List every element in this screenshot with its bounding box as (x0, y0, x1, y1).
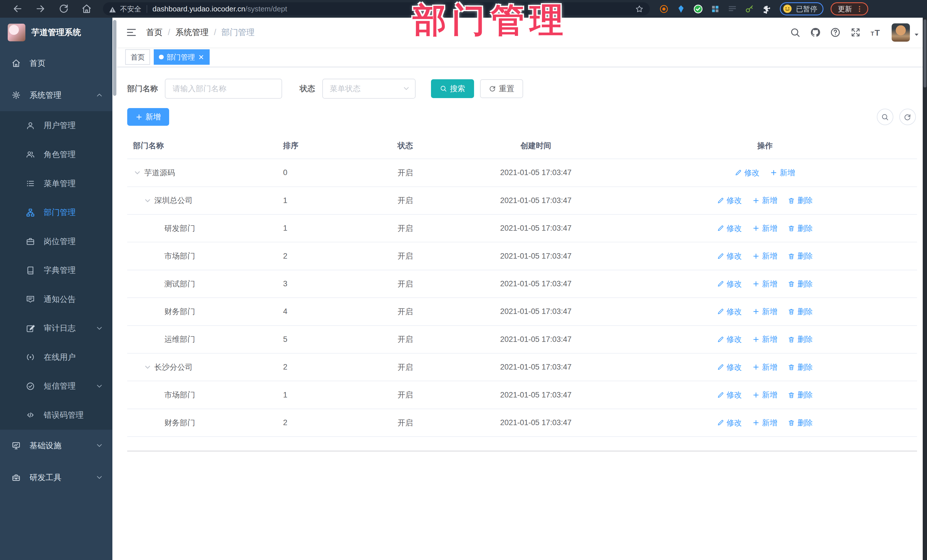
font-size-icon[interactable]: TT (870, 27, 881, 38)
add-link[interactable]: 新增 (752, 251, 777, 261)
sidebar-item-角色管理[interactable]: 角色管理 (0, 140, 112, 169)
delete-link[interactable]: 删除 (788, 362, 813, 372)
edit-link[interactable]: 修改 (717, 390, 742, 400)
tab-部门管理[interactable]: 部门管理 (154, 49, 210, 65)
sidebar-item-系统管理[interactable]: 系统管理 (0, 79, 112, 111)
sidebar-scrollbar[interactable] (112, 18, 117, 560)
actions-cell: 修改新增删除 (613, 334, 917, 344)
extension-grid-icon[interactable] (711, 4, 720, 14)
fullscreen-icon[interactable] (850, 27, 861, 38)
delete-link[interactable]: 删除 (788, 334, 813, 344)
browser-menu-dots-icon[interactable] (856, 5, 863, 13)
avatar[interactable] (892, 23, 910, 42)
add-link[interactable]: 新增 (752, 334, 777, 344)
extension-gem-icon[interactable] (676, 4, 686, 14)
dept-name-cell: 市场部门 (127, 390, 277, 400)
github-icon[interactable] (810, 27, 821, 38)
sidebar-scrollbar-thumb[interactable] (113, 20, 116, 96)
address-bar[interactable]: 不安全 dashboard.yudao.iocoder.cn /system/d… (103, 2, 650, 15)
sidebar-item-基础设施[interactable]: 基础设施 (0, 430, 112, 461)
status-cell: 开启 (392, 223, 459, 234)
extension-check-icon[interactable] (693, 4, 703, 14)
expand-caret-icon[interactable] (133, 168, 142, 177)
delete-link[interactable]: 删除 (788, 251, 813, 261)
sidebar-item-首页[interactable]: 首页 (0, 47, 112, 79)
breadcrumb-item[interactable]: 系统管理 (175, 27, 208, 38)
sidebar-item-部门管理[interactable]: 部门管理 (0, 198, 112, 227)
reload-icon[interactable] (58, 4, 68, 14)
edit-link[interactable]: 修改 (717, 362, 742, 372)
extensions-puzzle-icon[interactable] (762, 4, 772, 14)
edit-link[interactable]: 修改 (717, 195, 742, 206)
tab-首页[interactable]: 首页 (125, 49, 150, 65)
delete-link[interactable]: 删除 (788, 195, 813, 206)
action-label: 修改 (726, 362, 742, 372)
add-link[interactable]: 新增 (752, 418, 777, 428)
add-link[interactable]: 新增 (752, 195, 777, 206)
status-select[interactable]: 菜单状态 (322, 79, 416, 99)
bookmark-star-icon[interactable] (635, 5, 644, 14)
sidebar-item-错误码管理[interactable]: 错误码管理 (0, 401, 112, 430)
reset-button[interactable]: 重置 (480, 79, 523, 98)
breadcrumb-item[interactable]: 首页 (146, 27, 163, 38)
add-link[interactable]: 新增 (770, 168, 795, 178)
sidebar-item-研发工具[interactable]: 研发工具 (0, 461, 112, 493)
forward-icon[interactable] (35, 4, 46, 14)
search-button[interactable]: 搜索 (431, 79, 474, 98)
created-time-cell: 2021-01-05 17:03:47 (459, 252, 613, 261)
sidebar-item-岗位管理[interactable]: 岗位管理 (0, 227, 112, 256)
table-row: 市场部门2开启2021-01-05 17:03:47修改新增删除 (127, 242, 917, 270)
delete-link[interactable]: 删除 (788, 223, 813, 234)
edit-link[interactable]: 修改 (717, 334, 742, 344)
chevron-down-icon (96, 442, 103, 449)
sidebar-item-菜单管理[interactable]: 菜单管理 (0, 169, 112, 198)
add-link[interactable]: 新增 (752, 307, 777, 317)
app-logo-row[interactable]: 芋道管理系统 (0, 18, 112, 47)
delete-link[interactable]: 删除 (788, 418, 813, 428)
sidebar-item-在线用户[interactable]: 在线用户 (0, 343, 112, 372)
refresh-table-button[interactable] (899, 109, 916, 125)
sidebar-item-短信管理[interactable]: 短信管理 (0, 372, 112, 401)
add-button[interactable]: 新增 (127, 108, 169, 126)
browser-home-icon[interactable] (82, 4, 91, 14)
extension-key-icon[interactable] (745, 4, 754, 14)
add-link[interactable]: 新增 (752, 279, 777, 289)
dept-name-input[interactable]: 请输入部门名称 (165, 79, 282, 99)
profile-chip[interactable]: 已暂停 (780, 2, 824, 15)
extension-list-icon[interactable] (728, 4, 737, 14)
page-scrollbar[interactable] (923, 18, 927, 560)
expand-caret-icon[interactable] (143, 196, 152, 205)
sidebar-item-通知公告[interactable]: 通知公告 (0, 285, 112, 314)
edit-link[interactable]: 修改 (735, 168, 760, 178)
add-link[interactable]: 新增 (752, 362, 777, 372)
hamburger-icon[interactable] (126, 27, 137, 38)
plus-icon (752, 225, 760, 232)
add-link[interactable]: 新增 (752, 223, 777, 234)
edit-link[interactable]: 修改 (717, 223, 742, 234)
extension-target-icon[interactable] (659, 4, 669, 14)
status-cell: 开启 (392, 195, 459, 206)
sort-cell: 0 (277, 168, 392, 177)
add-link[interactable]: 新增 (752, 390, 777, 400)
sidebar-item-用户管理[interactable]: 用户管理 (0, 111, 112, 140)
back-icon[interactable] (12, 4, 23, 14)
edit-link[interactable]: 修改 (717, 418, 742, 428)
edit-link[interactable]: 修改 (717, 307, 742, 317)
search-icon[interactable] (790, 27, 800, 38)
delete-link[interactable]: 删除 (788, 279, 813, 289)
delete-link[interactable]: 删除 (788, 390, 813, 400)
show-search-toggle-button[interactable] (877, 109, 894, 125)
delete-link[interactable]: 删除 (788, 307, 813, 317)
expand-caret-icon[interactable] (143, 363, 152, 372)
action-label: 修改 (726, 418, 742, 428)
help-icon[interactable] (830, 27, 840, 38)
sidebar-item-审计日志[interactable]: 审计日志 (0, 314, 112, 343)
update-button[interactable]: 更新 (831, 2, 868, 15)
sidebar-item-字典管理[interactable]: 字典管理 (0, 256, 112, 285)
close-icon[interactable] (198, 54, 205, 61)
avatar-caret-down-icon[interactable] (913, 29, 920, 36)
edit-link[interactable]: 修改 (717, 251, 742, 261)
infra-icon (12, 441, 21, 450)
page-scrollbar-thumb[interactable] (924, 20, 926, 87)
edit-link[interactable]: 修改 (717, 279, 742, 289)
